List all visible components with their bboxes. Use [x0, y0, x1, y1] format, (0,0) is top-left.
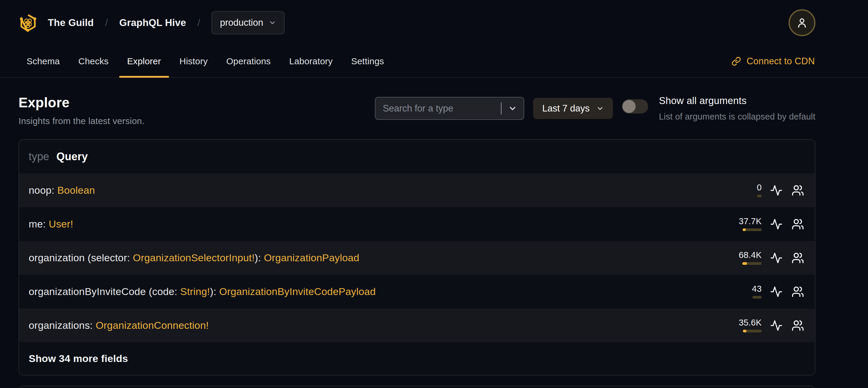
field-stats: 35.6K [739, 318, 805, 332]
type-kind-label: type [29, 150, 49, 163]
field-signature: organizationByInviteCode (code: String!)… [29, 286, 376, 297]
usage-bar [752, 296, 762, 299]
tab-history[interactable]: History [172, 46, 216, 77]
usage-count: 68.4K [739, 251, 762, 260]
activity-icon[interactable] [769, 217, 783, 231]
usage-count: 37.7K [739, 217, 762, 226]
hive-logo-icon[interactable] [19, 13, 38, 33]
toggle-text: Show all arguments List of arguments is … [659, 95, 815, 122]
show-more-button[interactable]: Show 34 more fields [19, 342, 815, 375]
field-signature: organizations: OrganizationConnection! [29, 320, 209, 331]
usage-bar [743, 330, 762, 332]
field-stats: 43 [741, 285, 805, 299]
chevron-down-icon [596, 105, 604, 112]
tab-bar: Schema Checks Explorer History Operation… [0, 46, 868, 78]
period-label: Last 7 days [542, 103, 590, 114]
next-type-card [19, 386, 815, 388]
link-icon [732, 57, 741, 66]
usage-count-block: 43 [741, 285, 762, 299]
page-heading: Explore Insights from the latest version… [19, 94, 145, 126]
field-row: organizations: OrganizationConnection! 3… [19, 308, 815, 342]
breadcrumb-separator: / [197, 17, 200, 28]
users-icon[interactable] [791, 217, 805, 231]
search-dropdown-button[interactable] [501, 104, 524, 113]
activity-icon[interactable] [769, 319, 783, 332]
field-signature: me: User! [29, 218, 73, 230]
activity-icon[interactable] [769, 285, 783, 299]
usage-count: 0 [757, 183, 762, 192]
users-icon[interactable] [791, 251, 805, 265]
users-icon[interactable] [791, 319, 805, 332]
field-arg-type-link[interactable]: OrganizationSelectorInput! [133, 252, 255, 263]
tab-explorer[interactable]: Explorer [119, 46, 169, 77]
breadcrumb-project[interactable]: GraphQL Hive [119, 17, 186, 28]
field-name: me: [29, 218, 49, 230]
breadcrumb-org[interactable]: The Guild [48, 17, 94, 28]
page-title: Explore [19, 94, 145, 111]
user-icon [796, 17, 808, 29]
show-arguments-toggle[interactable] [622, 99, 648, 114]
activity-icon[interactable] [769, 183, 783, 197]
target-selector[interactable]: production [212, 11, 285, 34]
type-search-input[interactable] [375, 103, 501, 114]
explorer-controls: Last 7 days Show all arguments List of a… [375, 95, 815, 122]
field-list: noop: Boolean 0 me: User! 37.7 [19, 173, 815, 342]
usage-count-block: 35.6K [739, 318, 762, 332]
usage-count: 43 [752, 285, 762, 293]
breadcrumb-separator: / [105, 17, 108, 28]
field-row: me: User! 37.7K [19, 207, 815, 241]
type-name: Query [57, 150, 88, 163]
field-type-link[interactable]: Boolean [57, 184, 95, 196]
tab-operations[interactable]: Operations [218, 46, 279, 77]
tab-schema[interactable]: Schema [19, 46, 68, 77]
top-bar: The Guild / GraphQL Hive / production [0, 0, 834, 46]
field-row: organizationByInviteCode (code: String!)… [19, 275, 815, 308]
field-name: organizations: [29, 320, 96, 331]
field-type-link[interactable]: User! [49, 218, 73, 230]
field-name: organizationByInviteCode (code: [29, 286, 180, 297]
field-name: organization (selector: [29, 252, 133, 263]
field-type-link[interactable]: OrganizationConnection! [96, 320, 209, 331]
connect-cdn-label: Connect to CDN [746, 56, 815, 67]
toggle-hint: List of arguments is collapsed by defaul… [659, 112, 815, 122]
usage-bar [743, 228, 762, 231]
page-subtitle: Insights from the latest version. [19, 116, 145, 126]
chevron-down-icon [269, 19, 276, 27]
usage-bar [757, 195, 762, 197]
users-icon[interactable] [791, 285, 805, 299]
usage-bar [742, 262, 762, 265]
field-type-link[interactable]: OrganizationPayload [264, 252, 359, 263]
type-search-box [375, 97, 524, 120]
tab-checks[interactable]: Checks [70, 46, 117, 77]
toggle-label: Show all arguments [659, 95, 815, 107]
toggle-knob [622, 100, 636, 113]
period-selector[interactable]: Last 7 days [533, 98, 613, 119]
field-row: organization (selector: OrganizationSele… [19, 241, 815, 275]
field-stats: 68.4K [739, 251, 805, 265]
field-row: noop: Boolean 0 [19, 173, 815, 207]
type-card-header: type Query [19, 140, 815, 173]
users-icon[interactable] [791, 183, 805, 197]
chevron-down-icon [508, 104, 517, 113]
field-name: noop: [29, 184, 57, 196]
usage-count-block: 0 [741, 183, 762, 197]
search-divider [501, 102, 501, 115]
usage-count-block: 68.4K [739, 251, 762, 265]
activity-icon[interactable] [769, 251, 783, 265]
arguments-toggle-group: Show all arguments List of arguments is … [622, 95, 815, 122]
field-stats: 0 [741, 183, 805, 197]
tab-laboratory[interactable]: Laboratory [281, 46, 341, 77]
field-signature: organization (selector: OrganizationSele… [29, 252, 359, 264]
field-stats: 37.7K [739, 217, 805, 231]
field-signature: noop: Boolean [29, 184, 95, 196]
tab-settings[interactable]: Settings [343, 46, 392, 77]
connect-cdn-link[interactable]: Connect to CDN [732, 46, 815, 77]
explorer-page: Explore Insights from the latest version… [0, 94, 834, 388]
field-type-link[interactable]: OrganizationByInviteCodePayload [219, 286, 376, 297]
breadcrumb: The Guild / GraphQL Hive / production [19, 11, 285, 34]
usage-count-block: 37.7K [739, 217, 762, 231]
type-card: type Query noop: Boolean 0 [19, 139, 815, 376]
field-arg-type-link[interactable]: String! [180, 286, 210, 297]
user-menu-avatar[interactable] [788, 9, 815, 36]
usage-count: 35.6K [739, 318, 762, 327]
